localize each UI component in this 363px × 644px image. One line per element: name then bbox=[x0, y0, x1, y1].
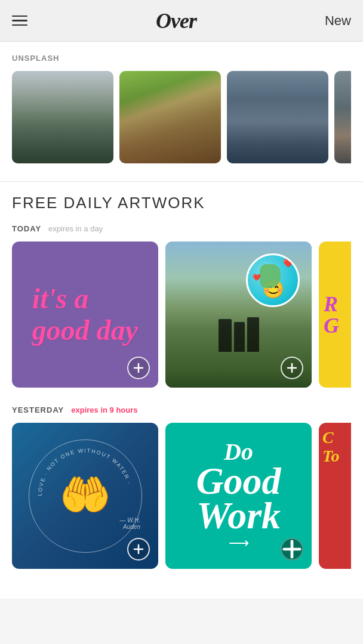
hand-emoji: 🤲 bbox=[59, 470, 111, 519]
dgw-good-text: Good bbox=[196, 464, 281, 499]
today-group: TODAY expires in a day it's agood day bbox=[12, 224, 351, 388]
yesterday-group: YESTERDAY expires in 9 hours bbox=[12, 405, 351, 569]
add-water-quote-button[interactable] bbox=[127, 538, 150, 561]
main-content: UNSPLASH FREE DAILY ARTWORK TODAY expire… bbox=[0, 42, 363, 599]
yesterday-expires: expires in 9 hours bbox=[71, 405, 137, 414]
dgw-arrow: ⟶ bbox=[229, 535, 249, 552]
new-button[interactable]: New bbox=[325, 13, 351, 29]
unsplash-photo-3[interactable] bbox=[227, 71, 328, 163]
do-good-work-card[interactable]: Do Good Work ⟶ bbox=[165, 423, 312, 569]
red-partial-card[interactable]: CTo bbox=[319, 423, 351, 569]
app-logo: Over bbox=[156, 8, 196, 33]
red-partial-text: CTo bbox=[319, 423, 351, 472]
yesterday-label: YESTERDAY bbox=[12, 405, 64, 414]
globe-heart-icon: ❤️ bbox=[283, 258, 293, 268]
today-artwork-scroll: it's agood day ❤️ bbox=[12, 242, 351, 388]
unsplash-photo-2[interactable] bbox=[119, 71, 221, 163]
today-label: TODAY bbox=[12, 224, 41, 233]
menu-button[interactable] bbox=[12, 16, 27, 26]
unsplash-label: UNSPLASH bbox=[12, 54, 351, 63]
water-quote-card[interactable]: THOUSANDS HAVE LIVED WITHOUT LOVE · NOT … bbox=[12, 423, 158, 569]
yesterday-artwork-scroll: THOUSANDS HAVE LIVED WITHOUT LOVE · NOT … bbox=[12, 423, 351, 569]
nature-people bbox=[219, 317, 259, 352]
yesterday-header: YESTERDAY expires in 9 hours bbox=[12, 405, 351, 414]
nature-globe-card[interactable]: ❤️ ❤️ bbox=[165, 242, 312, 388]
unsplash-scroll bbox=[12, 71, 351, 163]
good-day-typography: it's agood day bbox=[32, 283, 138, 346]
unsplash-photo-4[interactable] bbox=[334, 71, 351, 163]
add-do-good-work-button[interactable] bbox=[281, 538, 303, 561]
good-day-card[interactable]: it's agood day bbox=[12, 242, 158, 388]
add-nature-button[interactable] bbox=[281, 357, 303, 379]
today-expires: expires in a day bbox=[48, 224, 103, 233]
add-good-day-button[interactable] bbox=[127, 357, 150, 379]
globe-continent bbox=[260, 264, 281, 288]
author-attribution: — W.H. Auden bbox=[119, 517, 140, 530]
app-header: Over New bbox=[0, 0, 363, 42]
daily-artwork-title: FREE DAILY ARTWORK bbox=[12, 194, 351, 212]
yellow-partial-text: RG bbox=[324, 293, 339, 336]
unsplash-photo-1[interactable] bbox=[12, 71, 113, 163]
dgw-work-text: Work bbox=[196, 499, 281, 533]
daily-artwork-section: FREE DAILY ARTWORK TODAY expires in a da… bbox=[0, 194, 363, 569]
person-3 bbox=[247, 317, 259, 352]
person-1 bbox=[219, 319, 232, 352]
person-2 bbox=[234, 322, 245, 352]
unsplash-section: UNSPLASH bbox=[0, 42, 363, 169]
globe-sticker: ❤️ ❤️ bbox=[246, 253, 300, 307]
globe-heart2-icon: ❤️ bbox=[253, 274, 261, 281]
yellow-partial-card[interactable]: RG bbox=[319, 242, 351, 388]
today-header: TODAY expires in a day bbox=[12, 224, 351, 233]
section-divider bbox=[0, 181, 363, 182]
